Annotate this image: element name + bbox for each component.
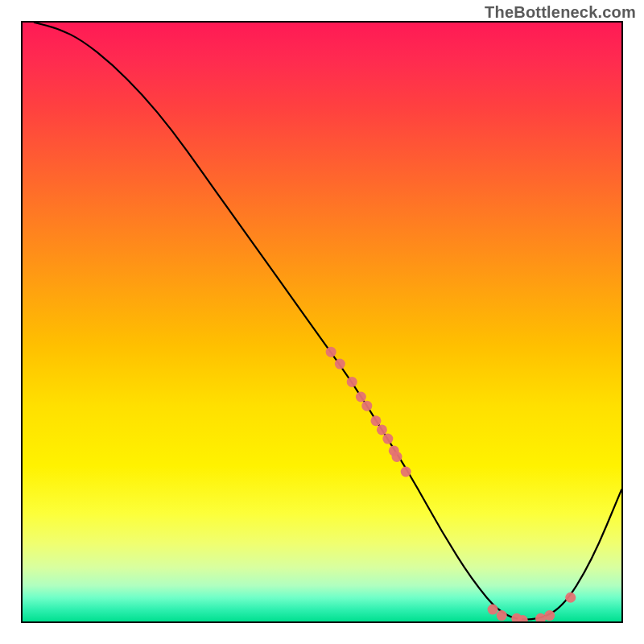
bottleneck-curve (35, 23, 621, 620)
data-point (377, 424, 387, 435)
data-point (497, 610, 507, 621)
data-points-group (326, 347, 576, 621)
data-point (382, 434, 393, 444)
data-point (361, 401, 372, 411)
data-point (488, 605, 498, 615)
data-point (401, 467, 411, 477)
watermark-text: TheBottleneck.com (485, 3, 636, 22)
data-point (326, 347, 336, 357)
data-point (356, 392, 366, 402)
data-point (347, 377, 357, 387)
data-point (544, 610, 555, 621)
data-point (335, 359, 345, 369)
chart-svg (23, 23, 621, 621)
chart-container: TheBottleneck.com (0, 0, 644, 644)
data-point (535, 613, 546, 621)
plot-area (21, 21, 623, 623)
data-point (565, 592, 576, 603)
data-point (392, 452, 402, 462)
data-point (370, 415, 381, 426)
